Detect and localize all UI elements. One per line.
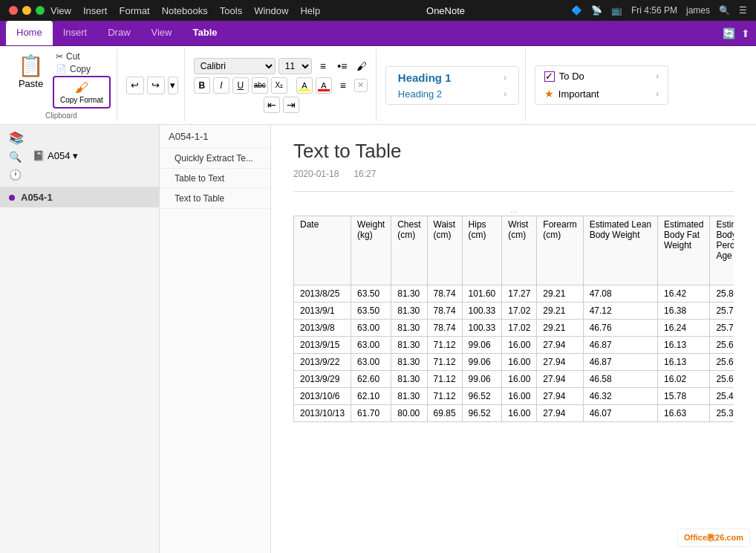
search-nav-icon[interactable]: 🔍 [9,151,24,163]
tab-insert[interactable]: Insert [53,21,98,45]
style-heading2[interactable]: Heading 2 › [392,87,512,101]
page-item-quickly-extract[interactable]: Quickly Extract Te... [160,149,270,169]
share-icon[interactable]: ⬆ [741,28,750,39]
table-cell: 16.00 [502,405,537,422]
table-container: Date Weight(kg) Chest(cm) Waist(cm) Hips… [293,216,734,422]
paste-icon: 📋 [18,54,44,78]
list-bullet-button[interactable]: •≡ [334,58,351,74]
table-cell: 101.60 [462,285,502,303]
table-cell: 71.12 [427,337,462,354]
menu-insert[interactable]: Insert [83,5,108,16]
todo-tag[interactable]: ✓ To Do › [541,69,662,83]
align-button[interactable]: ≡ [335,77,351,94]
format-paint-button[interactable]: 🖌 [353,58,370,74]
table-cell: 17.02 [502,320,537,337]
minimize-traffic-light[interactable] [22,6,31,15]
table-cell: 16.42 [658,285,710,303]
notebook-selector[interactable]: 📓 A054 ▾ [33,150,78,161]
italic-button[interactable]: I [213,77,229,94]
table-cell: 16.00 [502,337,537,354]
app-body: 📚 🔍 🕐 📓 A054 ▾ A054-1 Add section BA A05… [0,125,756,553]
page-item-table-to-text[interactable]: Table to Text [160,169,270,189]
indent-decrease-button[interactable]: ⇤ [264,97,280,113]
list-button[interactable]: ≡ [315,58,331,74]
table-cell: 78.74 [427,303,462,320]
font-controls: Calibri 11 ≡ •≡ 🖌 B I U abc X₂ A [194,58,370,94]
table-cell: 25.60 [710,371,734,388]
font-color-picker[interactable]: A [316,77,332,94]
table-body: 2013/8/2563.5081.3078.74101.6017.2729.21… [294,285,734,422]
table-cell: 63.00 [351,320,391,337]
menu-view[interactable]: View [50,5,71,16]
sidebar-icons: 📚 🔍 🕐 [9,131,24,181]
menu-icon[interactable]: ☰ [739,5,747,16]
table-cell: 27.94 [537,405,583,422]
sync-icon[interactable]: 🔄 [723,28,735,39]
table-cell: 27.94 [537,337,583,354]
tab-view[interactable]: View [141,21,183,45]
table-cell: 81.30 [391,388,427,405]
menu-format[interactable]: Format [119,5,149,16]
search-icon[interactable]: 🔍 [719,5,730,16]
tab-home[interactable]: Home [6,21,53,45]
copy-button[interactable]: 📄 Copy [53,63,111,75]
table-cell: 63.00 [351,337,391,354]
table-cell: 15.78 [658,388,710,405]
tab-draw[interactable]: Draw [97,21,140,45]
table-row: 2013/9/163.5081.3078.74100.3317.0229.214… [294,303,734,320]
table-cell: 2013/9/22 [294,354,351,371]
copy-label: Copy [70,64,91,74]
heading2-label: Heading 2 [398,88,442,100]
paste-button[interactable]: 📋 Paste [12,51,50,109]
section-name: A054-1 [21,192,53,203]
style-heading1[interactable]: Heading 1 › [392,70,512,85]
font-family-select[interactable]: Calibri [194,58,276,74]
table-cell: 16.00 [502,388,537,405]
table-cell: 2013/10/6 [294,388,351,405]
table-cell: 16.00 [502,371,537,388]
clear-format-button[interactable]: ✕ [354,79,368,92]
page-item-a054-1-1[interactable]: A054-1-1 [160,125,270,149]
table-row: 2013/9/2962.6081.3071.1299.0616.0027.944… [294,371,734,388]
strikethrough-button[interactable]: abc [252,77,268,94]
notebook-name: A054 [48,150,70,161]
tab-table[interactable]: Table [183,21,228,45]
table-cell: 81.30 [391,303,427,320]
menu-notebooks[interactable]: Notebooks [162,5,208,16]
recent-nav-icon[interactable]: 🕐 [9,169,24,181]
sidebar-item-a054-1[interactable]: A054-1 [0,187,159,207]
copy-icon: 📄 [56,64,67,74]
copy-format-button[interactable]: 🖌 Copy Format [53,76,111,109]
table-cell: 2013/9/1 [294,303,351,320]
undo-group: ↩ ↪ ▾ [120,49,185,121]
indent-increase-button[interactable]: ⇥ [283,97,299,113]
page-item-text-to-table[interactable]: Text to Table [160,189,270,209]
table-cell: 16.13 [658,337,710,354]
subscript-button[interactable]: X₂ [271,77,287,94]
underline-button[interactable]: U [232,77,249,94]
menu-window[interactable]: Window [254,5,288,16]
table-cell: 25.79 [710,303,734,320]
undo-dropdown[interactable]: ▾ [168,77,178,94]
table-cell: 46.07 [583,405,657,422]
col-est-fat-pct: EstimatedBody FatPercentageAge [710,216,734,285]
bold-button[interactable]: B [194,77,210,94]
table-cell: 16.38 [658,303,710,320]
close-traffic-light[interactable] [9,6,18,15]
page-date: 2020-01-18 [293,169,339,179]
table-cell: 81.30 [391,354,427,371]
menu-help[interactable]: Help [300,5,320,16]
font-size-select[interactable]: 11 [278,58,312,74]
styles-panel: Heading 1 › Heading 2 › [385,66,519,105]
important-tag[interactable]: ★ Important › [541,86,662,101]
notebook-nav-icon[interactable]: 📚 [9,131,24,145]
cut-button[interactable]: ✂ Cut [53,51,111,62]
undo-button[interactable]: ↩ [126,77,144,94]
paste-label: Paste [19,78,43,89]
maximize-traffic-light[interactable] [36,6,45,15]
table-cell: 71.12 [427,354,462,371]
important-star-icon: ★ [544,88,554,100]
menu-tools[interactable]: Tools [220,5,242,16]
highlight-color-picker[interactable]: A [296,77,313,94]
redo-button[interactable]: ↪ [147,77,165,94]
